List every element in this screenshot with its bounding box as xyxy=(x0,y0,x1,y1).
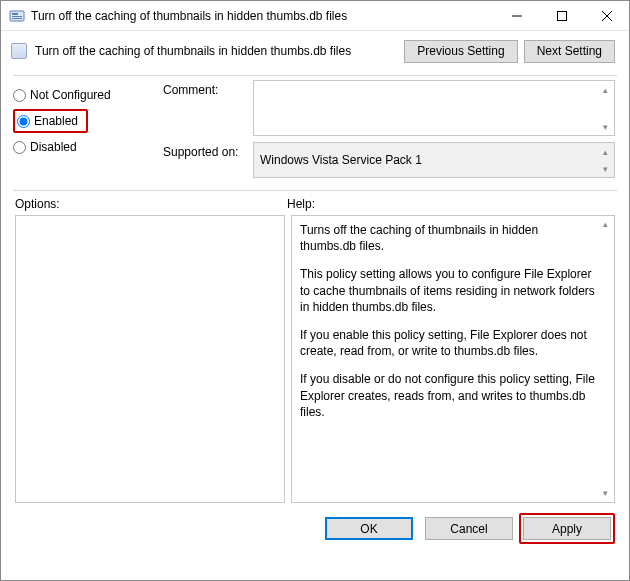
radio-disabled[interactable] xyxy=(13,141,26,154)
state-radio-group: Not Configured Enabled Disabled xyxy=(13,80,163,184)
apply-button[interactable]: Apply xyxy=(523,517,611,540)
previous-setting-button[interactable]: Previous Setting xyxy=(404,40,517,63)
help-text: If you enable this policy setting, File … xyxy=(300,327,596,359)
close-button[interactable] xyxy=(584,1,629,31)
comment-scroll[interactable]: ▴ ▾ xyxy=(598,82,613,134)
options-label: Options: xyxy=(15,197,287,211)
minimize-button[interactable] xyxy=(494,1,539,31)
title-bar: Turn off the caching of thumbnails in hi… xyxy=(1,1,629,31)
options-pane xyxy=(15,215,285,503)
app-icon xyxy=(9,8,25,24)
help-text: This policy setting allows you to config… xyxy=(300,266,596,315)
maximize-button[interactable] xyxy=(539,1,584,31)
next-setting-button[interactable]: Next Setting xyxy=(524,40,615,63)
radio-not-configured-label: Not Configured xyxy=(30,88,111,102)
help-scroll[interactable]: ▴ ▾ xyxy=(598,217,613,501)
window-title: Turn off the caching of thumbnails in hi… xyxy=(31,9,494,23)
scroll-up-icon: ▴ xyxy=(598,144,613,159)
help-text: If you disable or do not configure this … xyxy=(300,371,596,420)
svg-rect-5 xyxy=(557,11,566,20)
ok-button[interactable]: OK xyxy=(325,517,413,540)
comment-label: Comment: xyxy=(163,80,253,97)
supported-label: Supported on: xyxy=(163,142,253,159)
supported-on-field: Windows Vista Service Pack 1 ▴ ▾ xyxy=(253,142,615,178)
comment-input[interactable]: ▴ ▾ xyxy=(253,80,615,136)
help-label: Help: xyxy=(287,197,315,211)
scroll-up-icon: ▴ xyxy=(598,217,613,232)
radio-not-configured[interactable] xyxy=(13,89,26,102)
highlight-enabled: Enabled xyxy=(13,109,88,133)
setting-header: Turn off the caching of thumbnails in hi… xyxy=(1,31,629,75)
cancel-button[interactable]: Cancel xyxy=(425,517,513,540)
scroll-down-icon: ▾ xyxy=(598,119,613,134)
help-text: Turns off the caching of thumbnails in h… xyxy=(300,222,596,254)
policy-icon xyxy=(11,43,27,59)
highlight-apply: Apply xyxy=(519,513,615,544)
svg-rect-2 xyxy=(12,16,22,17)
help-pane: Turns off the caching of thumbnails in h… xyxy=(291,215,615,503)
radio-enabled-label: Enabled xyxy=(34,114,78,128)
scroll-up-icon: ▴ xyxy=(598,82,613,97)
radio-disabled-label: Disabled xyxy=(30,140,77,154)
svg-rect-3 xyxy=(12,18,22,19)
dialog-footer: OK Cancel Apply xyxy=(1,503,629,554)
supported-scroll: ▴ ▾ xyxy=(598,144,613,176)
supported-on-value: Windows Vista Service Pack 1 xyxy=(260,153,422,167)
setting-title: Turn off the caching of thumbnails in hi… xyxy=(35,44,398,58)
scroll-down-icon: ▾ xyxy=(598,486,613,501)
radio-enabled[interactable] xyxy=(17,115,30,128)
svg-rect-1 xyxy=(12,13,18,15)
scroll-down-icon: ▾ xyxy=(598,161,613,176)
